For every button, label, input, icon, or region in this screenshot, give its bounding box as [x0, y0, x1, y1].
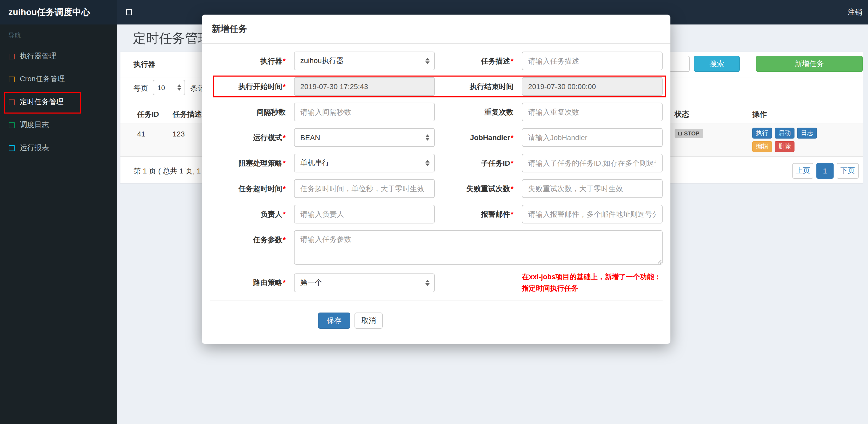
alarm-email-label: 报警邮件* — [435, 210, 522, 219]
end-time-label: 执行结束时间 — [435, 82, 522, 91]
select-arrows-icon — [177, 85, 181, 91]
pagination-prev-button[interactable]: 上页 — [793, 163, 813, 179]
form-row-time: 执行开始时间* 执行结束时间 — [210, 77, 662, 96]
app-root: zuihou任务调度中心 注销 导航 执行器管理 Cron任务管理 定时任务管理… — [0, 0, 868, 424]
status-badge: STOP — [675, 129, 703, 138]
sidebar-item-run-report[interactable]: 运行报表 — [0, 136, 117, 159]
navbar-right: 注销 — [848, 0, 868, 25]
save-button[interactable]: 保存 — [318, 313, 350, 329]
job-param-textarea[interactable] — [294, 230, 662, 265]
select-arrows-icon — [425, 134, 430, 141]
square-outline-icon — [9, 76, 14, 82]
fail-retry-label: 失败重试次数* — [435, 184, 522, 193]
sidebar-toggle-icon — [126, 9, 132, 15]
sidebar-item-dispatch-log[interactable]: 调度日志 — [0, 113, 117, 136]
form-row-route-strategy: 路由策略* 第一个 在xxl-jobs项目的基础上，新增了一个功能： 指定时间执… — [210, 271, 662, 294]
executor-select-value: zuihou执行器 — [300, 56, 344, 66]
add-job-button[interactable]: 新增任务 — [756, 56, 863, 72]
cell-job-desc: 123 — [173, 130, 185, 138]
modal-footer: 保存 取消 — [210, 301, 491, 329]
owner-label: 负责人* — [210, 210, 294, 219]
execute-button[interactable]: 执行 — [752, 128, 772, 138]
form-row-interval: 间隔秒数 重复次数 — [210, 103, 662, 121]
executor-label: 执行器* — [210, 57, 294, 65]
end-time-input[interactable] — [522, 77, 662, 96]
form-row-owner: 负责人* 报警邮件* — [210, 205, 662, 224]
sidebar-item-label: 调度日志 — [20, 120, 49, 130]
start-button[interactable]: 启动 — [775, 128, 795, 138]
interval-seconds-input[interactable] — [294, 103, 435, 121]
block-strategy-select[interactable]: 单机串行 — [294, 154, 435, 172]
page-title: 定时任务管理 — [133, 30, 211, 47]
per-page-value: 10 — [157, 84, 165, 91]
block-strategy-label: 阻塞处理策略* — [210, 159, 294, 167]
owner-input[interactable] — [294, 205, 435, 224]
col-header-actions: 操作 — [752, 110, 767, 119]
executor-filter-label: 执行器 — [133, 60, 155, 69]
search-button[interactable]: 搜索 — [694, 56, 740, 72]
cancel-button[interactable]: 取消 — [354, 313, 383, 329]
feature-note: 在xxl-jobs项目的基础上，新增了一个功能： 指定时间执行任务 — [522, 271, 662, 294]
col-header-job-id: 任务ID — [137, 110, 159, 119]
child-job-id-label: 子任务ID* — [435, 159, 522, 167]
cell-job-id: 41 — [137, 130, 145, 138]
select-arrows-icon — [425, 160, 430, 166]
square-outline-icon — [9, 145, 14, 151]
sidebar-section-header: 导航 — [0, 25, 117, 45]
job-handler-input[interactable] — [522, 128, 662, 147]
timeout-label: 任务超时时间* — [210, 184, 294, 193]
interval-seconds-label: 间隔秒数 — [210, 107, 294, 117]
modal-title: 新增任务 — [202, 14, 671, 44]
square-icon — [678, 132, 682, 135]
square-outline-icon — [9, 122, 14, 128]
sidebar-item-cron-job-management[interactable]: Cron任务管理 — [0, 68, 117, 91]
app-brand[interactable]: zuihou任务调度中心 — [0, 0, 117, 25]
sidebar-item-label: 执行器管理 — [20, 52, 56, 61]
col-header-job-desc: 任务描述 — [173, 110, 202, 119]
form-row-executor: 执行器* zuihou执行器 任务描述* — [210, 52, 662, 70]
run-mode-select-value: BEAN — [300, 133, 320, 142]
log-button[interactable]: 日志 — [797, 128, 817, 138]
feature-note-line1: 在xxl-jobs项目的基础上，新增了一个功能： — [522, 271, 662, 283]
per-page-select[interactable]: 10 — [153, 80, 185, 95]
select-arrows-icon — [425, 58, 430, 64]
select-arrows-icon — [425, 280, 430, 286]
row-actions: 执行 启动 日志 编辑 删除 — [752, 128, 817, 155]
pagination-current-page[interactable]: 1 — [816, 163, 834, 179]
run-mode-select[interactable]: BEAN — [294, 128, 435, 147]
col-header-status: 状态 — [675, 110, 689, 119]
child-job-id-input[interactable] — [522, 154, 662, 172]
sidebar-toggle-button[interactable] — [117, 0, 141, 25]
route-strategy-select[interactable]: 第一个 — [294, 273, 435, 292]
modal-body: 执行器* zuihou执行器 任务描述* 执行开始时间* 执行结束时间 间隔秒数… — [202, 44, 671, 329]
executor-select[interactable]: zuihou执行器 — [294, 52, 435, 70]
alarm-email-input[interactable] — [522, 205, 662, 224]
add-job-modal: 新增任务 执行器* zuihou执行器 任务描述* 执行开始时间* 执行结束时间… — [202, 14, 671, 344]
form-row-block-strategy: 阻塞处理策略* 单机串行 子任务ID* — [210, 154, 662, 172]
status-badge-label: STOP — [684, 130, 700, 136]
sidebar-item-scheduled-job-management[interactable]: 定时任务管理 — [0, 91, 117, 113]
job-handler-label: JobHandler* — [435, 133, 522, 142]
fail-retry-input[interactable] — [522, 179, 662, 198]
job-desc-input[interactable] — [522, 52, 662, 70]
route-strategy-select-value: 第一个 — [300, 278, 322, 287]
sidebar-item-executor-management[interactable]: 执行器管理 — [0, 45, 117, 68]
sidebar-item-label: 运行报表 — [20, 143, 49, 153]
block-strategy-select-value: 单机串行 — [300, 158, 330, 168]
pagination-next-button[interactable]: 下页 — [837, 163, 859, 179]
logout-link[interactable]: 注销 — [848, 7, 862, 17]
sidebar-item-label: 定时任务管理 — [20, 97, 64, 107]
job-param-label: 任务参数* — [210, 230, 294, 244]
delete-button[interactable]: 删除 — [775, 141, 795, 152]
repeat-count-input[interactable] — [522, 103, 662, 121]
start-time-label: 执行开始时间* — [210, 82, 294, 91]
start-time-input[interactable] — [294, 77, 435, 96]
pagination-summary: 第 1 页 ( 总共 1 页, 1 — [133, 167, 201, 176]
sidebar-nav: 导航 执行器管理 Cron任务管理 定时任务管理 调度日志 运行报表 — [0, 25, 117, 424]
per-page-label: 每页 — [133, 84, 148, 93]
edit-button[interactable]: 编辑 — [752, 141, 772, 152]
square-outline-icon — [9, 54, 14, 59]
square-outline-icon — [9, 99, 14, 105]
timeout-input[interactable] — [294, 179, 435, 198]
repeat-count-label: 重复次数 — [435, 107, 522, 117]
